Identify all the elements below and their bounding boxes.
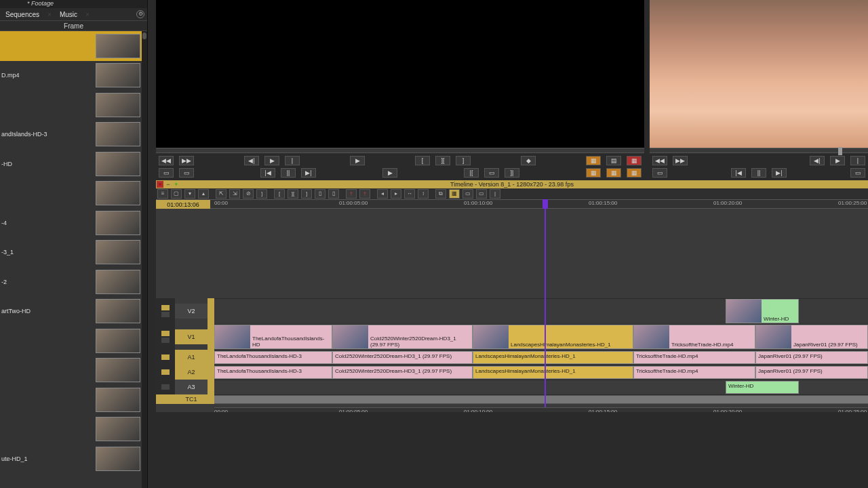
bin-scrollbar[interactable] <box>142 31 147 488</box>
timeline-tracks[interactable]: Winter-HD TheLandofaThousandIslands-HDCo… <box>214 209 868 412</box>
bin-thumbnail[interactable] <box>96 34 140 58</box>
video-clip[interactable]: JapanRiver01 (29.97 FPS) <box>755 325 868 349</box>
bin-row[interactable] <box>0 31 142 61</box>
zoom-window-icon[interactable]: + <box>173 181 180 188</box>
add-edit-button[interactable]: † <box>346 189 357 199</box>
clear-out-button[interactable]: ▯ <box>328 189 339 199</box>
track-a1[interactable]: TheLandofaThousandIslands-HD-3Cold2520Wi… <box>214 350 868 365</box>
layout-button[interactable]: ▤ <box>606 156 621 165</box>
clear-button[interactable]: ▭ <box>652 168 667 178</box>
bin-thumbnail[interactable] <box>96 447 140 471</box>
out-button[interactable]: ] <box>256 189 267 199</box>
bin-thumbnail[interactable] <box>96 299 140 323</box>
bin-row[interactable] <box>0 326 142 356</box>
fast-forward-button[interactable]: ▶▶ <box>179 156 194 165</box>
gear-icon[interactable]: ⚙ <box>136 10 144 18</box>
bin-row[interactable] <box>0 385 142 415</box>
lift-button[interactable]: ⇱ <box>216 189 226 199</box>
video-clip[interactable]: Winter-HD <box>726 299 799 323</box>
bin-row[interactable]: artTwo-HD <box>0 297 142 327</box>
track-header-a3[interactable]: A3 <box>156 380 214 394</box>
snap-button[interactable]: ▦ <box>449 189 460 199</box>
bin-thumbnail[interactable] <box>96 63 140 87</box>
close-icon[interactable]: × <box>85 11 90 18</box>
mark-in-button[interactable]: [ <box>274 189 285 199</box>
bin-thumbnail[interactable] <box>96 329 140 353</box>
clear-marks-button[interactable]: ▭ <box>484 168 499 178</box>
audio-clip[interactable]: TheLandofaThousandIslands-HD-3 <box>214 351 332 364</box>
extract-button[interactable]: ▭ <box>850 168 865 178</box>
loop-button[interactable]: ▶ <box>382 168 397 178</box>
close-icon[interactable]: × <box>47 11 52 18</box>
pause-button[interactable]: || <box>751 168 766 178</box>
mark-out-button[interactable]: ] <box>301 189 312 199</box>
audio-clip[interactable]: JapanRiver01 (29.97 FPS) <box>755 351 868 364</box>
play-button[interactable]: ▶ <box>830 156 845 165</box>
trim-a-button[interactable]: ◂ <box>377 189 388 199</box>
bin-thumbnail[interactable] <box>96 270 140 294</box>
playhead[interactable] <box>545 209 546 412</box>
extract-button[interactable]: ⇲ <box>229 189 240 199</box>
menu-icon[interactable]: ≡ <box>157 189 168 199</box>
step-fwd-button[interactable]: | <box>850 156 865 165</box>
bin-row[interactable] <box>0 90 142 120</box>
track-header-v1[interactable]: V1 <box>156 324 214 350</box>
audio-clip[interactable]: Cold2520Winter2520Dream-HD3_1 (29.97 FPS… <box>332 366 473 379</box>
slide-button[interactable]: ↕ <box>418 189 429 199</box>
rewind-button[interactable]: ◀◀ <box>159 156 174 165</box>
del-edit-button[interactable]: † <box>359 189 370 199</box>
bin-row[interactable]: -2 <box>0 267 142 297</box>
minimize-window-icon[interactable]: − <box>165 181 172 188</box>
overwrite-button[interactable]: ▦ <box>606 168 621 178</box>
track-a2[interactable]: TheLandofaThousandIslands-HD-3Cold2520Wi… <box>214 365 868 380</box>
track-header-a2[interactable]: A2 <box>156 365 214 380</box>
step-back-button[interactable]: ◀| <box>244 156 259 165</box>
audio-clip[interactable]: Cold2520Winter2520Dream-HD3_1 (29.97 FPS… <box>332 351 473 364</box>
timecode-readout[interactable]: 01:00:13:06 <box>156 200 210 209</box>
play-in-out-button[interactable]: ▶ <box>350 156 365 165</box>
audio-clip[interactable]: Winter-HD <box>726 381 799 394</box>
replace-button[interactable]: ▦ <box>627 168 642 178</box>
track-header-tc1[interactable]: TC1 <box>156 394 214 404</box>
audio-clip[interactable]: TheLandofaThousandIslands-HD-3 <box>214 366 332 379</box>
bin-thumbnail[interactable] <box>96 122 140 146</box>
quad-button[interactable]: ▦ <box>627 156 642 165</box>
timeline-ruler[interactable]: 01:00:13:06 00:0001:00:05:0001:00:10:000… <box>156 199 868 209</box>
bin-row[interactable] <box>0 179 142 209</box>
bin-row[interactable]: -HD <box>0 149 142 179</box>
audio-clip[interactable]: JapanRiver01 (29.97 FPS) <box>755 366 868 379</box>
track-header-v2[interactable]: V2 <box>156 298 214 324</box>
head-button[interactable]: ▭ <box>476 189 487 199</box>
bin-tab-music[interactable]: Music <box>54 9 83 20</box>
bin-thumbnail[interactable] <box>96 417 140 441</box>
close-window-icon[interactable]: × <box>157 181 163 188</box>
goto-out-button[interactable]: ]| <box>505 168 519 178</box>
track-v1[interactable]: TheLandofaThousandIslands-HDCold2520Wint… <box>214 324 868 350</box>
bin-row[interactable]: D.mp4 <box>0 61 142 91</box>
program-scrub-bar[interactable] <box>650 148 868 153</box>
step-back-button[interactable]: ◀| <box>810 156 825 165</box>
scroll-thumb[interactable] <box>142 33 146 39</box>
mark-clip-button[interactable]: ][ <box>288 189 298 199</box>
step-fwd-button[interactable]: | <box>285 156 300 165</box>
bin-thumbnail[interactable] <box>96 93 140 117</box>
clear-in-button[interactable]: ▯ <box>315 189 326 199</box>
jog-fwd-button[interactable]: ▶| <box>772 168 787 178</box>
track-v2[interactable]: Winter-HD <box>214 298 868 324</box>
program-monitor[interactable] <box>650 0 868 148</box>
bin-list[interactable]: D.mp4andIslands-HD-3-HD-4-3_1-2artTwo-HD… <box>0 31 142 488</box>
audio-clip[interactable]: LandscapesHimalayanMonasteries-HD_1 <box>473 351 633 364</box>
audio-clip[interactable]: TricksoftheTrade-HD.mp4 <box>633 351 755 364</box>
sync-button[interactable]: ▭ <box>462 189 473 199</box>
zoom-bar[interactable] <box>156 412 868 418</box>
clear-button[interactable]: ▭ <box>179 168 194 178</box>
bin-thumbnail[interactable] <box>96 388 140 412</box>
bin-tab-sequences[interactable]: Sequences <box>0 9 45 20</box>
chevron-down-icon[interactable]: ▾ <box>184 189 195 199</box>
video-clip[interactable]: TricksoftheTrade-HD.mp4 <box>633 325 755 349</box>
mark-clip-button[interactable]: ][ <box>435 156 450 165</box>
bin-thumbnail[interactable] <box>96 240 140 264</box>
goto-in-button[interactable]: |[ <box>464 168 479 178</box>
jog-back-button[interactable]: |◀ <box>731 168 746 178</box>
up-icon[interactable]: ▴ <box>198 189 209 199</box>
